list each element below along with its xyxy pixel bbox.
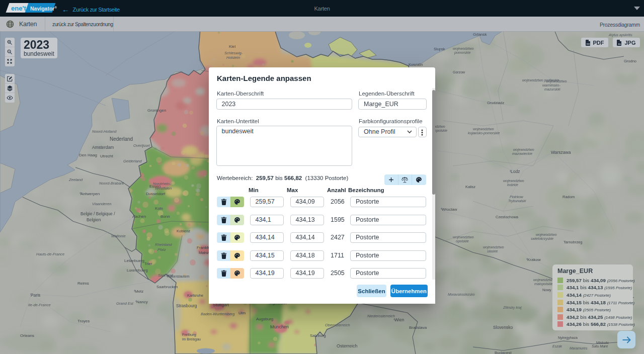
svg-text:Bratislava: Bratislava [409, 325, 427, 330]
svg-text:Oberosterreich: Oberosterreich [325, 323, 350, 327]
svg-text:Tarnobrzeg: Tarnobrzeg [564, 240, 583, 244]
svg-text:Paris: Paris [31, 293, 40, 298]
svg-text:Reims: Reims [77, 281, 89, 286]
svg-text:Munchen: Munchen [270, 324, 289, 329]
svg-text:Rheinland: Rheinland [155, 242, 173, 247]
svg-text:slaskie: slaskie [487, 249, 498, 253]
svg-text:Slupsk: Slupsk [434, 47, 445, 51]
svg-text:wojewodztwo: wojewodztwo [453, 47, 474, 51]
svg-text:Hauts-de-France: Hauts-de-France [36, 252, 64, 256]
svg-text:Osterreich: Osterreich [337, 343, 358, 348]
svg-text:Noord-Brabant: Noord-Brabant [99, 181, 124, 186]
svg-text:Luxembourg: Luxembourg [127, 268, 148, 273]
svg-text:im Breisgau: im Breisgau [182, 337, 201, 341]
svg-text:malopolskie: malopolskie [534, 282, 553, 286]
svg-text:Nordrhein-: Nordrhein- [153, 182, 171, 186]
svg-text:Strasbourg: Strasbourg [176, 303, 197, 308]
svg-text:swietokrzyskie: swietokrzyskie [531, 237, 553, 241]
svg-text:Salzburg: Salzburg [310, 333, 326, 338]
svg-text:wojewodztwo: wojewodztwo [453, 235, 474, 239]
svg-text:Gdansk: Gdansk [473, 32, 488, 37]
svg-text:Nyiregyhaza: Nyiregyhaza [558, 336, 578, 340]
svg-text:Mainz: Mainz [199, 250, 209, 255]
svg-text:Satu Mare: Satu Mare [592, 344, 608, 348]
svg-text:Grand Est: Grand Est [116, 301, 134, 306]
svg-text:Bonn: Bonn [160, 214, 170, 219]
svg-text:mazurskie: mazurskie [544, 87, 560, 91]
svg-text:Kaiserslautern: Kaiserslautern [167, 275, 190, 278]
svg-text:Nederland: Nederland [110, 136, 133, 142]
svg-text:Gorzow: Gorzow [453, 70, 465, 74]
svg-text:Grodno: Grodno [624, 59, 636, 63]
svg-text:wojewodztwo: wojewodztwo [513, 148, 534, 152]
svg-text:Czestochowa: Czestochowa [496, 215, 519, 219]
svg-text:wojewodztwo: wojewodztwo [503, 179, 524, 183]
svg-text:Groningen: Groningen [147, 108, 166, 113]
svg-text:Wien: Wien [394, 317, 405, 322]
svg-text:Dusseldorf: Dusseldorf [146, 192, 166, 196]
svg-text:Grudziadz: Grudziadz [487, 101, 504, 105]
svg-text:Nancy: Nancy [136, 300, 148, 304]
svg-text:Belgie / Belgique /: Belgie / Belgique / [80, 211, 115, 216]
svg-text:Koblenz: Koblenz [177, 229, 190, 233]
svg-text:pomorskie: pomorskie [454, 51, 470, 55]
svg-text:Piotrkow: Piotrkow [510, 195, 524, 199]
svg-text:Wroclaw: Wroclaw [442, 207, 457, 212]
svg-text:Alytus apskritis: Alytus apskritis [608, 33, 632, 37]
svg-text:Karlsruhe: Karlsruhe [187, 293, 203, 298]
svg-text:wojewodztwo podlaskie: wojewodztwo podlaskie [522, 78, 559, 82]
svg-text:Belgien: Belgien [87, 217, 101, 222]
svg-text:wojewodztwo: wojewodztwo [483, 245, 504, 249]
svg-text:Vlaanderen: Vlaanderen [92, 202, 111, 206]
svg-text:Moravskoslezsko: Moravskoslezsko [448, 293, 475, 296]
svg-text:Kiel: Kiel [229, 44, 236, 49]
svg-text:Slovensko: Slovensko [493, 325, 513, 330]
svg-text:Holstein: Holstein [226, 55, 240, 60]
svg-text:mazowieckie: mazowieckie [512, 152, 532, 155]
svg-text:Troyes: Troyes [77, 319, 90, 323]
svg-text:kujawsko-pomorskie: kujawsko-pomorskie [468, 131, 500, 135]
svg-text:Eszak: Eszak [552, 344, 562, 348]
svg-text:Niederosterreich: Niederosterreich [367, 314, 395, 318]
svg-text:Saarbrucken: Saarbrucken [156, 285, 178, 289]
svg-text:Westfalen: Westfalen [155, 186, 172, 191]
svg-text:Freiburg: Freiburg [182, 332, 196, 337]
svg-text:Maramures: Maramures [570, 346, 588, 350]
svg-text:Zilinsky kraj: Zilinsky kraj [503, 306, 522, 310]
svg-text:Trier: Trier [144, 261, 152, 266]
svg-text:Letzebuerg: Letzebuerg [124, 258, 144, 263]
svg-text:Pfalz: Pfalz [157, 247, 166, 252]
svg-text:Radom: Radom [562, 195, 575, 199]
svg-text:Den Haag: Den Haag [79, 153, 97, 157]
svg-text:Lodz: Lodz [511, 169, 520, 174]
svg-text:Baden-Wurttemberg: Baden-Wurttemberg [201, 312, 235, 316]
svg-text:Budapest: Budapest [495, 350, 512, 354]
svg-text:Augsburg: Augsburg [256, 317, 273, 321]
svg-text:Zeeland: Zeeland [68, 178, 83, 182]
svg-text:Krakow: Krakow [527, 257, 541, 262]
svg-text:wojewodztwo: wojewodztwo [533, 278, 554, 282]
svg-text:Wallonie: Wallonie [111, 234, 126, 238]
svg-text:Koln: Koln [155, 206, 163, 211]
svg-text:Trybunalski: Trybunalski [508, 199, 526, 203]
svg-text:Gelderland: Gelderland [123, 159, 142, 163]
svg-text:Utrecht: Utrecht [100, 154, 114, 158]
svg-text:Orleans: Orleans [20, 333, 34, 338]
svg-text:Schleswig-: Schleswig- [224, 51, 243, 55]
svg-text:Koszalin: Koszalin [409, 62, 423, 67]
svg-text:wojewodztwo: wojewodztwo [536, 233, 557, 237]
svg-text:Amsterdam: Amsterdam [92, 145, 114, 150]
svg-text:opolskie: opolskie [456, 239, 469, 243]
svg-text:Kalisz: Kalisz [465, 185, 475, 189]
svg-text:Overijssel: Overijssel [133, 143, 150, 148]
svg-text:Ile-de-France: Ile-de-France [28, 303, 51, 307]
svg-text:Antwerpen: Antwerpen [80, 192, 100, 196]
svg-text:Ulm: Ulm [238, 311, 246, 315]
svg-text:Metz: Metz [135, 289, 143, 294]
svg-text:Aachen: Aachen [132, 214, 146, 219]
svg-text:warminsko-: warminsko- [542, 83, 560, 87]
svg-text:lodzkie: lodzkie [507, 183, 518, 187]
svg-text:Noord-Holland: Noord-Holland [92, 129, 117, 134]
svg-text:wojewodztwo: wojewodztwo [473, 127, 494, 131]
